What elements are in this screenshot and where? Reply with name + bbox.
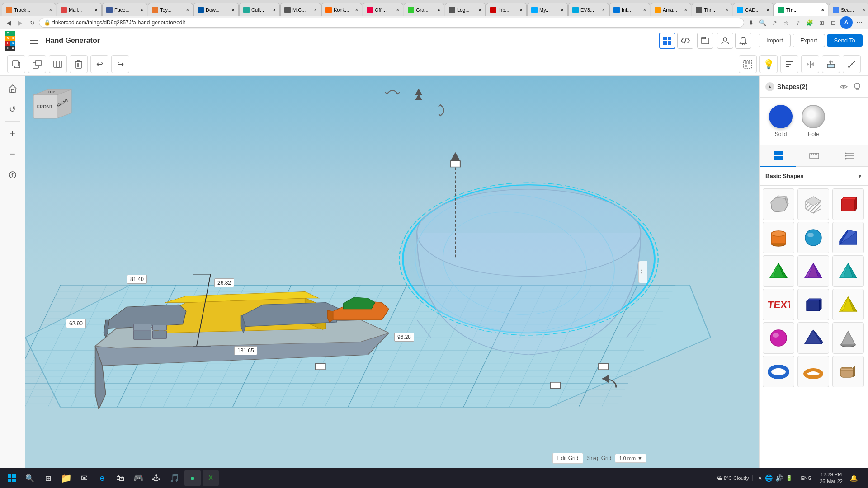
tab[interactable]: Sea... × bbox=[829, 3, 868, 16]
send-to-button[interactable]: Send To bbox=[827, 34, 863, 47]
browser-menu-icon[interactable]: ⋯ bbox=[854, 18, 864, 28]
taskbar-edge[interactable]: e bbox=[94, 470, 110, 486]
shape-item-cone-gray[interactable] bbox=[832, 322, 864, 354]
tab[interactable]: Track... × bbox=[2, 3, 56, 16]
fit-all-button[interactable] bbox=[4, 166, 22, 184]
shape-item-text[interactable]: TEXT bbox=[763, 289, 794, 320]
tab[interactable]: Ama... × bbox=[651, 3, 691, 16]
shape-item-prism-navy[interactable] bbox=[797, 322, 829, 354]
shape-item-box-striped[interactable] bbox=[797, 188, 829, 220]
panel-toggle-grid[interactable] bbox=[659, 33, 675, 49]
notifications-button[interactable] bbox=[735, 33, 751, 49]
shapes-eye-icon[interactable] bbox=[838, 81, 849, 92]
panel-tab-grid[interactable] bbox=[760, 145, 796, 167]
taskbar-excel[interactable]: X bbox=[203, 470, 219, 486]
code-editor-toggle[interactable] bbox=[677, 33, 693, 49]
shape-item-rounded-tan[interactable] bbox=[832, 356, 864, 387]
duplicate-button[interactable] bbox=[28, 55, 46, 73]
collections-icon[interactable]: ⊞ bbox=[816, 18, 826, 28]
tab[interactable]: My... × bbox=[527, 3, 568, 16]
files-button[interactable] bbox=[697, 33, 713, 49]
tab[interactable]: Mail... × bbox=[57, 3, 102, 16]
address-bar[interactable]: 🔒 tinkercad.com/things/dD9q2857Jfa-hand-… bbox=[39, 18, 744, 28]
shape-item-wedge[interactable] bbox=[832, 222, 864, 253]
tab[interactable]: Culi... × bbox=[239, 3, 280, 16]
zoom-in-button[interactable]: + bbox=[4, 124, 22, 142]
taskbar-game2[interactable]: 🕹 bbox=[148, 470, 165, 486]
tab[interactable]: Konk... × bbox=[321, 3, 362, 16]
notification-area[interactable]: 🔔 bbox=[848, 470, 859, 486]
tab[interactable]: Log... × bbox=[445, 3, 486, 16]
tab[interactable]: Thr... × bbox=[692, 3, 732, 16]
copy2-button[interactable] bbox=[49, 55, 67, 73]
language-indicator[interactable]: ENG bbox=[798, 475, 814, 481]
align-button[interactable] bbox=[780, 55, 798, 73]
mirror-button[interactable] bbox=[801, 55, 819, 73]
network-icon[interactable]: 🌐 bbox=[765, 474, 773, 482]
show-desktop-btn[interactable] bbox=[861, 470, 864, 486]
hole-type[interactable]: Hole bbox=[802, 105, 825, 137]
group-button[interactable] bbox=[739, 55, 757, 73]
zoom-icon[interactable]: 🔍 bbox=[758, 18, 768, 28]
profile-icon[interactable]: A bbox=[840, 16, 853, 29]
shape-item-cylinder-orange[interactable] bbox=[763, 222, 794, 253]
copy-button[interactable] bbox=[7, 55, 25, 73]
viewport[interactable]: FRONT RIGHT TOP bbox=[25, 76, 760, 468]
redo-button[interactable]: ↪ bbox=[111, 55, 129, 73]
taskbar-store[interactable]: 🛍 bbox=[112, 470, 128, 486]
account-button[interactable] bbox=[717, 33, 733, 49]
download-icon[interactable]: ⬇ bbox=[746, 18, 756, 28]
rotate-button[interactable]: ↺ bbox=[4, 100, 22, 118]
tab[interactable]: EV3... × bbox=[568, 3, 609, 16]
shape-item-pyramid-purple[interactable] bbox=[797, 255, 829, 287]
tab[interactable]: Gra... × bbox=[404, 3, 444, 16]
shape-item-box-beveled[interactable] bbox=[763, 188, 794, 220]
panel-tab-list[interactable] bbox=[832, 145, 868, 167]
shape-item-torus-orange[interactable] bbox=[797, 356, 829, 387]
shape-item-box-navy[interactable] bbox=[797, 289, 829, 320]
edit-grid-button[interactable]: Edit Grid bbox=[552, 453, 584, 464]
active-tab[interactable]: Tin... × bbox=[774, 3, 828, 16]
delete-button[interactable] bbox=[70, 55, 88, 73]
shape-item-torus-blue[interactable] bbox=[763, 356, 794, 387]
forward-button[interactable]: ▶ bbox=[15, 18, 25, 28]
panel-collapse-btn[interactable]: ▲ bbox=[765, 82, 774, 91]
category-dropdown-btn[interactable]: ▼ bbox=[857, 173, 863, 179]
back-button[interactable]: ◀ bbox=[4, 18, 14, 28]
tray-expand-btn[interactable]: ∧ bbox=[758, 475, 762, 481]
share-icon[interactable]: ↗ bbox=[769, 18, 779, 28]
import-button[interactable]: Import bbox=[759, 34, 791, 47]
tab[interactable]: Offi... × bbox=[363, 3, 403, 16]
export-button[interactable]: Export bbox=[793, 34, 825, 47]
solid-type[interactable]: Solid bbox=[769, 105, 793, 137]
tab[interactable]: Toy... × bbox=[148, 3, 193, 16]
splitscreen-icon[interactable]: ⊟ bbox=[828, 18, 838, 28]
tab[interactable]: CAD... × bbox=[733, 3, 774, 16]
taskbar-music[interactable]: 🎵 bbox=[166, 470, 183, 486]
shape-item-box-red[interactable] bbox=[832, 188, 864, 220]
taskbar-game[interactable]: 🎮 bbox=[130, 470, 146, 486]
help-icon[interactable]: ? bbox=[793, 18, 803, 28]
shape-item-sphere-magenta[interactable] bbox=[763, 322, 794, 354]
light-button[interactable]: 💡 bbox=[760, 55, 778, 73]
hamburger-menu[interactable] bbox=[27, 33, 42, 48]
shape-item-pyramid-green[interactable] bbox=[763, 255, 794, 287]
taskbar-mail[interactable]: ✉ bbox=[76, 470, 92, 486]
start-button[interactable] bbox=[4, 470, 20, 486]
workplane-button[interactable] bbox=[822, 55, 840, 73]
tab[interactable]: Inb... × bbox=[486, 3, 527, 16]
clock[interactable]: 12:29 PM 26-Mar-22 bbox=[816, 471, 846, 485]
bookmark-icon[interactable]: ☆ bbox=[781, 18, 791, 28]
tab[interactable]: M.C... × bbox=[280, 3, 321, 16]
shape-item-sphere-blue[interactable] bbox=[797, 222, 829, 253]
refresh-button[interactable]: ↻ bbox=[27, 18, 37, 28]
extensions-icon[interactable]: 🧩 bbox=[805, 18, 815, 28]
shape-item-pyramid-yellow[interactable] bbox=[832, 289, 864, 320]
taskbar-browser[interactable]: ● bbox=[184, 470, 201, 486]
shapes-bulb-icon[interactable] bbox=[852, 81, 863, 92]
taskview-button[interactable]: ⊞ bbox=[40, 470, 56, 486]
home-button[interactable] bbox=[4, 80, 22, 98]
panel-tab-ruler[interactable] bbox=[796, 145, 832, 167]
zoom-out-button[interactable]: − bbox=[4, 145, 22, 163]
volume-icon[interactable]: 🔊 bbox=[775, 474, 783, 482]
